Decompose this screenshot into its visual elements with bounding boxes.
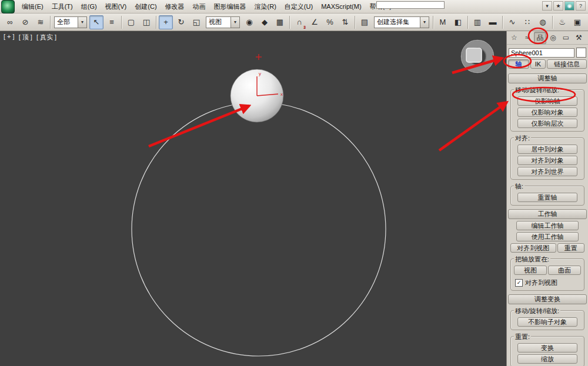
- transform-move-rotate-scale-group: 移动/旋转/缩放: 不影响子对象: [510, 310, 584, 330]
- search-go-icon[interactable]: ▾: [542, 1, 552, 11]
- dont-affect-children-button[interactable]: 不影响子对象: [517, 317, 577, 327]
- snap-toggle-icon[interactable]: ∩ 3: [292, 15, 306, 29]
- bind-to-space-warp-icon[interactable]: ≋: [34, 15, 48, 29]
- angle-snap-icon[interactable]: ∠: [308, 15, 322, 29]
- align-icon[interactable]: ◧: [451, 15, 465, 29]
- reset-scale-button[interactable]: 缩放: [517, 354, 577, 364]
- reference-coordinate-dropdown[interactable]: 视图 ▾: [206, 16, 240, 28]
- render-production-icon[interactable]: ♨: [586, 15, 588, 29]
- menu-create[interactable]: 创建(C): [131, 2, 161, 11]
- menu-items: 编辑(E) 工具(T) 组(G) 视图(V) 创建(C) 修改器 动画 图形编辑…: [18, 0, 396, 13]
- object-color-swatch[interactable]: [576, 48, 586, 58]
- select-and-scale-icon[interactable]: ◱: [189, 15, 203, 29]
- affect-object-only-button[interactable]: 仅影响对象: [517, 108, 577, 117]
- command-panel-tabs: ☆ ≈ 品 ◎ ▭ ⚒: [507, 31, 588, 45]
- object-name-field[interactable]: [509, 48, 574, 58]
- percent-snap-icon[interactable]: %: [323, 15, 337, 29]
- tab-hierarchy-icon[interactable]: 品: [534, 32, 546, 44]
- align-to-object-button[interactable]: 对齐到对象: [517, 156, 577, 165]
- affect-hierarchy-only-button[interactable]: 仅影响层次: [517, 119, 577, 128]
- tab-create-icon[interactable]: ☆: [508, 32, 520, 44]
- circle-spline-object[interactable]: [132, 102, 386, 356]
- edit-named-selection-sets-icon[interactable]: ▤: [358, 15, 372, 29]
- menu-animation[interactable]: 动画: [189, 2, 210, 11]
- viewport-navigation-gizmo[interactable]: [462, 41, 494, 73]
- tab-utilities-icon[interactable]: ⚒: [573, 32, 585, 44]
- help-icon[interactable]: ?: [576, 1, 586, 11]
- use-pivot-point-center-icon[interactable]: ◉: [242, 15, 256, 29]
- selection-filter-dropdown[interactable]: 全部 ▾: [54, 16, 87, 28]
- menu-group[interactable]: 组(G): [77, 2, 101, 11]
- adjust-transform-rollout-header[interactable]: 调整变换: [508, 294, 587, 304]
- top-viewport[interactable]: [ + ] [ 顶 ] [ 真实 ] x: [0, 31, 507, 366]
- rectangular-selection-region-icon[interactable]: ▢: [124, 15, 138, 29]
- place-pivot-surface-button[interactable]: 曲面: [548, 266, 581, 275]
- move-rotate-scale-label: 移动/旋转/缩放:: [514, 86, 560, 95]
- selection-filter-value: 全部: [55, 18, 72, 26]
- hierarchy-subtabs: 轴 IK 链接信息: [507, 59, 588, 70]
- select-and-move-icon[interactable]: +: [159, 15, 173, 29]
- rendered-frame-window-icon[interactable]: ▣: [570, 15, 584, 29]
- subtab-pivot[interactable]: 轴: [508, 59, 529, 69]
- affect-pivot-only-button[interactable]: 仅影响轴: [517, 96, 577, 106]
- menu-bar: 编辑(E) 工具(T) 组(G) 视图(V) 创建(C) 修改器 动画 图形编辑…: [0, 0, 588, 14]
- menu-tools[interactable]: 工具(T): [48, 2, 77, 11]
- select-and-rotate-icon[interactable]: ↻: [174, 15, 188, 29]
- schematic-view-icon[interactable]: ∷: [520, 15, 534, 29]
- infocenter-search-input[interactable]: [376, 1, 445, 9]
- menu-graph-editors[interactable]: 图形编辑器: [210, 2, 250, 11]
- viewport-pov-menu[interactable]: [ 顶 ]: [19, 33, 32, 42]
- window-crossing-toggle-icon[interactable]: ◫: [139, 15, 153, 29]
- named-selection-sets-dropdown[interactable]: 创建选择集 ▾: [374, 16, 429, 28]
- reset-pivot-button[interactable]: 重置轴: [517, 193, 577, 202]
- menu-rendering[interactable]: 渲染(R): [250, 2, 280, 11]
- favorites-star-icon[interactable]: ★: [553, 1, 563, 11]
- curve-editor-icon[interactable]: ∿: [505, 15, 519, 29]
- tab-modify-icon[interactable]: ≈: [521, 32, 533, 44]
- select-and-manipulate-icon[interactable]: ◆: [258, 15, 272, 29]
- keyboard-shortcut-override-icon[interactable]: ▦: [273, 15, 287, 29]
- chevron-down-icon[interactable]: ▾: [78, 17, 86, 28]
- viewport-shading-menu[interactable]: [ 真实 ]: [36, 33, 56, 42]
- viewport-general-menu[interactable]: [ + ]: [4, 33, 15, 42]
- align-to-view-checkbox[interactable]: ✓: [515, 279, 523, 287]
- working-pivot-rollout-header[interactable]: 工作轴: [508, 209, 587, 219]
- graphite-ribbon-toggle-icon[interactable]: ▬: [486, 15, 500, 29]
- layer-manager-icon[interactable]: ▥: [470, 15, 485, 29]
- adjust-pivot-rollout-header[interactable]: 调整轴: [508, 73, 587, 83]
- menu-modifiers[interactable]: 修改器: [161, 2, 189, 11]
- align-to-world-button[interactable]: 对齐到世界: [517, 167, 577, 176]
- select-and-link-icon[interactable]: ∞: [3, 15, 17, 29]
- unlink-selection-icon[interactable]: ⊘: [18, 15, 32, 29]
- reset-working-pivot-button[interactable]: 重置: [557, 243, 584, 253]
- menu-customize[interactable]: 自定义(U): [280, 2, 317, 11]
- tab-display-icon[interactable]: ▭: [560, 32, 572, 44]
- select-object-icon[interactable]: ↖: [89, 15, 103, 29]
- gizmo-home-square[interactable]: [466, 48, 482, 62]
- communication-center-icon[interactable]: ◉: [564, 1, 574, 11]
- tab-motion-icon[interactable]: ◎: [547, 32, 559, 44]
- chevron-down-icon[interactable]: ▾: [420, 17, 429, 28]
- align-to-view-button[interactable]: 对齐到视图: [510, 243, 556, 253]
- menu-edit[interactable]: 编辑(E): [18, 2, 48, 11]
- application-button[interactable]: [1, 0, 15, 14]
- snap-badge: 3: [303, 25, 306, 29]
- select-by-name-icon[interactable]: ≡: [105, 15, 119, 29]
- menu-views[interactable]: 视图(V): [101, 2, 131, 11]
- use-working-pivot-button[interactable]: 使用工作轴: [516, 232, 579, 241]
- material-editor-icon[interactable]: ◍: [536, 15, 550, 29]
- reset-transform-button[interactable]: 变换: [517, 343, 577, 352]
- pivot-point-marker: [256, 54, 262, 60]
- render-setup-icon[interactable]: ♨: [555, 15, 569, 29]
- menu-maxscript[interactable]: MAXScript(M): [317, 3, 365, 10]
- place-pivot-view-button[interactable]: 视图: [514, 266, 547, 275]
- center-to-object-button[interactable]: 居中到对象: [517, 145, 577, 154]
- subtab-link-info[interactable]: 链接信息: [547, 59, 587, 69]
- adjust-pivot-rollout: 调整轴 移动/旋转/缩放: 仅影响轴 仅影响对象 仅影响层次 对齐: 居中到对象…: [508, 73, 587, 206]
- spinner-snap-icon[interactable]: ⇅: [338, 15, 352, 29]
- chevron-down-icon[interactable]: ▾: [230, 17, 239, 28]
- edit-working-pivot-button[interactable]: 编辑工作轴: [516, 221, 579, 230]
- mirror-icon[interactable]: M: [436, 15, 450, 29]
- reference-coordinate-value: 视图: [206, 18, 224, 26]
- subtab-ik[interactable]: IK: [530, 59, 546, 69]
